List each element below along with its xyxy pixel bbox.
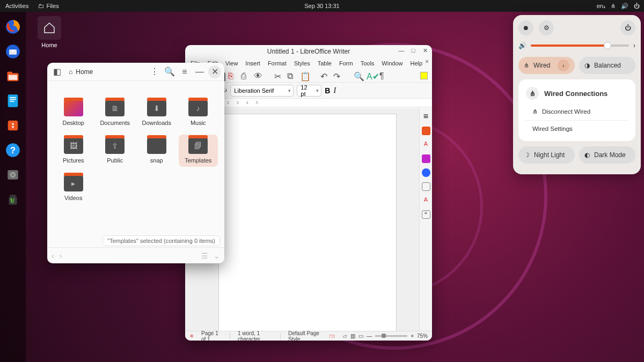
chevron-right-icon[interactable]: › (558, 60, 569, 71)
zoom-percent[interactable]: 75% (417, 333, 428, 339)
view-dropdown-button[interactable]: ⌄ (214, 252, 220, 260)
menu-view[interactable]: View (225, 60, 238, 67)
zoom-out-button[interactable]: ― (367, 333, 372, 339)
night-light-toggle[interactable]: ☽ Night Light (518, 146, 575, 164)
files-launcher[interactable] (2, 65, 24, 87)
sidebar-settings-icon[interactable]: ≡ (423, 112, 428, 121)
kebab-menu-button[interactable]: ⋮ (148, 65, 161, 78)
formatting-marks-icon[interactable]: ¶ (379, 71, 388, 80)
export-pdf-icon[interactable]: ⎘ (228, 71, 237, 80)
close-button[interactable]: ✕ (421, 47, 429, 54)
help-launcher[interactable]: ? (2, 139, 24, 161)
folder-downloads[interactable]: ⬇Downloads (137, 97, 177, 129)
style-inspector-icon[interactable]: A (422, 196, 430, 205)
clock[interactable]: Sep 30 13:31 (304, 3, 339, 9)
minimize-button[interactable]: ― (398, 47, 405, 54)
status-page[interactable]: Page 1 of 1 (201, 330, 222, 341)
document-page[interactable] (218, 114, 397, 331)
cut-icon[interactable]: ✂ (274, 71, 283, 80)
folder-public[interactable]: ⇪Public (96, 135, 135, 167)
paste-icon[interactable]: 📋 (300, 71, 309, 80)
volume-slider[interactable] (531, 45, 629, 47)
folder-templates[interactable]: 🗐Templates (179, 135, 218, 167)
save-status-icon[interactable]: ✳ (189, 333, 194, 339)
power-menu-button[interactable]: ⏻ (620, 20, 635, 35)
minimize-button[interactable]: ― (193, 65, 206, 78)
font-name-combo[interactable]: Liberation Serif (230, 85, 294, 97)
gallery-panel-icon[interactable] (422, 154, 430, 163)
menu-form[interactable]: Form (339, 60, 353, 67)
network-icon[interactable]: ⋔ (611, 3, 616, 10)
hamburger-menu-button[interactable]: ≡ (178, 65, 191, 78)
menu-window[interactable]: Window (382, 60, 402, 67)
folder-desktop[interactable]: Desktop (54, 97, 93, 129)
folder-music[interactable]: ♪Music (179, 97, 218, 129)
copy-icon[interactable]: ⧉ (287, 71, 296, 80)
spellcheck-icon[interactable]: A✔ (367, 71, 375, 80)
menu-help[interactable]: Help (410, 60, 422, 67)
trash-launcher[interactable] (2, 189, 24, 210)
highlight-icon[interactable] (420, 72, 428, 79)
menu-tools[interactable]: Tools (361, 60, 375, 67)
folder-videos[interactable]: ▸Videos (54, 172, 93, 204)
print-icon[interactable]: ⎙ (241, 71, 250, 80)
nav-forward-button[interactable]: › (60, 252, 62, 260)
navigator-panel-icon[interactable] (422, 168, 430, 177)
volume-icon[interactable]: 🔊 (621, 3, 628, 10)
view-multi-icon[interactable]: ▥ (350, 333, 355, 339)
sidebar-toggle-button[interactable]: ◧ (50, 65, 63, 78)
zoom-in-button[interactable]: + (411, 333, 414, 339)
menu-insert[interactable]: Insert (245, 60, 260, 67)
volume-expand-button[interactable]: › (633, 42, 635, 49)
thunderbird-launcher[interactable] (2, 41, 24, 62)
screenshot-button[interactable]: ⏺ (518, 20, 533, 35)
manage-changes-icon[interactable]: ≡ (422, 210, 430, 219)
wired-toggle[interactable]: ⋔ Wired › (518, 57, 575, 74)
power-mode-toggle[interactable]: ◑ Balanced (579, 57, 635, 74)
files-menu-button[interactable]: 🗀Files (38, 3, 58, 9)
status-language[interactable]: □↕ (330, 333, 335, 339)
status-pagestyle[interactable]: Default Page Style (288, 330, 322, 341)
maximize-button[interactable]: □ (409, 47, 417, 54)
redo-icon[interactable]: ↷ (333, 71, 342, 80)
styles-panel-icon[interactable]: A (422, 141, 430, 149)
desktop-home-icon[interactable]: Home (33, 16, 65, 48)
page-panel-icon[interactable] (422, 182, 430, 191)
close-button[interactable]: ✕ (208, 65, 221, 78)
writer-launcher[interactable] (2, 90, 24, 112)
font-size-combo[interactable]: 12 pt (297, 85, 321, 97)
menu-format[interactable]: Format (268, 60, 287, 67)
folder-snap[interactable]: snap (137, 135, 177, 167)
folder-documents[interactable]: 🗎Documents (96, 97, 135, 129)
italic-button[interactable]: I (333, 86, 336, 95)
wired-settings-option[interactable]: Wired Settings (518, 122, 635, 136)
undo-icon[interactable]: ↶ (320, 71, 329, 80)
bold-button[interactable]: B (325, 86, 330, 95)
menu-styles[interactable]: Styles (294, 60, 310, 67)
power-icon[interactable]: ⏻ (634, 3, 640, 9)
find-icon[interactable]: 🔍 (354, 71, 362, 80)
view-single-icon[interactable]: ▱ (343, 333, 347, 339)
view-book-icon[interactable]: ▭ (358, 333, 363, 339)
folder-pictures[interactable]: 🖼Pictures (54, 135, 93, 167)
input-lang-indicator[interactable]: en₁ (597, 3, 605, 10)
software-launcher[interactable] (2, 115, 24, 136)
nav-back-button[interactable]: ‹ (52, 252, 54, 260)
print-preview-icon[interactable]: 👁 (254, 71, 262, 80)
disk-launcher[interactable] (2, 164, 24, 186)
status-wordcount[interactable]: 1 word, 1 character (238, 330, 273, 341)
menu-table[interactable]: Table (318, 60, 332, 67)
firefox-launcher[interactable] (2, 16, 24, 38)
disconnect-wired-option[interactable]: ⋔Disconnect Wired (518, 104, 635, 119)
dark-mode-toggle[interactable]: ◐ Dark Mode (579, 146, 635, 164)
activities-button[interactable]: Activities (5, 3, 28, 9)
breadcrumb[interactable]: ⌂Home (65, 68, 96, 76)
doc-close-button[interactable]: × (425, 58, 429, 65)
properties-panel-icon[interactable] (422, 127, 430, 135)
search-button[interactable]: 🔍 (163, 65, 176, 78)
view-list-button[interactable]: ☰ (201, 252, 208, 260)
zoom-slider[interactable] (375, 335, 407, 337)
settings-button[interactable]: ⚙ (539, 20, 554, 35)
night-light-icon: ☽ (524, 151, 530, 159)
camera-icon: ⏺ (523, 24, 529, 32)
